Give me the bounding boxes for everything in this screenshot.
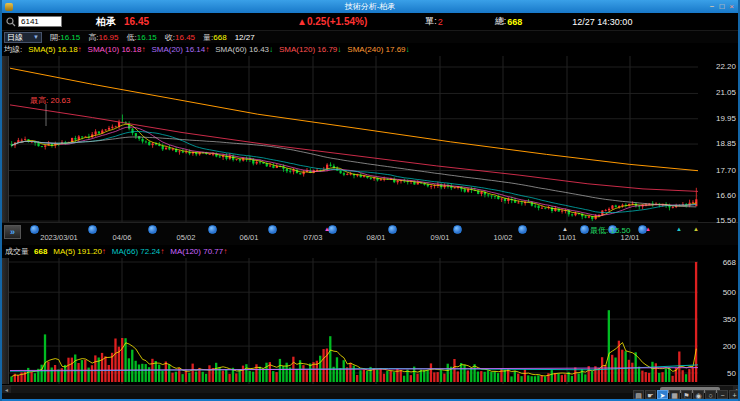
sma-label: SMA(5) 16.18 [28,45,77,54]
date-label: 2023/03/01 [27,233,91,242]
sma-item: SMA(5) 16.18↑ [28,45,81,54]
ma-items: SMA(5) 16.18↑SMA(10) 16.18↑SMA(20) 16.14… [22,45,409,54]
sma-item: SMA(120) 16.79↓ [279,45,341,54]
low-label: 低: [127,32,137,43]
up-arrow-icon: ↑ [223,247,227,256]
price-axis-label: 22.20 [702,62,736,71]
down-arrow-icon: ↓ [269,45,273,54]
title-bar[interactable]: 技術分析-柏承 − □ × [2,0,738,13]
high-value: 16.95 [99,33,119,42]
horizontal-scrollbar[interactable]: ◂ ▸ [2,385,740,393]
vol-ma-item: MA(5) 191.20↑ [53,247,105,256]
volume-axis-label: 500 [702,288,736,297]
date-label: 07/03 [281,233,345,242]
up-arrow-icon: ↑ [141,45,145,54]
restore-button[interactable]: □ [719,0,724,13]
quote-bar: 柏承 16.45 ▲0.25(+1.54%) 單: 2 總: 668 12/27… [2,13,738,30]
crosshair-icon[interactable]: ◉ [693,390,704,399]
quote-datetime: 12/27 14:30:00 [572,17,632,27]
zoom-reset-icon[interactable]: ○ [705,390,716,399]
ma-legend-bar: 均線: SMA(5) 16.18↑SMA(10) 16.18↑SMA(20) 1… [2,43,738,56]
app-window: 技術分析-柏承 − □ × 柏承 16.45 ▲0.25(+1.54%) 單: … [0,0,740,401]
up-arrow-icon: ↑ [102,247,106,256]
price-axis-label: 15.50 [702,216,736,225]
zoom-in-icon[interactable]: + [729,390,740,399]
total-volume-label: 總: [495,15,507,28]
bar-date: 12/27 [235,33,255,42]
price-axis-label: 21.05 [702,88,736,97]
price-axis-label: 19.95 [702,114,736,123]
signal-triangle-icon: ▲ [562,226,568,232]
chevron-down-icon: ▼ [33,34,39,40]
open-value: 16.15 [60,33,80,42]
highest-price-annotation: 最高: 20.63 [30,95,70,106]
sma-label: SMA(10) 16.18 [88,45,142,54]
printer-icon[interactable]: ▤ [633,390,644,399]
price-change: ▲0.25(+1.54%) [297,16,367,27]
sma-item: SMA(60) 16.43↓ [215,45,273,54]
vol-ma-item: MA(66) 72.24↑ [112,247,164,256]
volume-chart-canvas[interactable] [2,258,740,384]
tool-icons: ▤☛➤▦⚑◉○−+ [633,390,740,399]
volume-header: 成交量 668 MA(5) 191.20↑MA(66) 72.24↑MA(120… [2,245,738,258]
price-pane-left-strip[interactable] [2,56,9,222]
close-button[interactable]: × [729,0,734,13]
date-label: 04/06 [90,233,154,242]
close-label: 收: [165,32,175,43]
up-arrow-icon: ↑ [78,45,82,54]
sma-label: SMA(60) 16.43 [215,45,269,54]
period-select[interactable]: 日線 ▼ [4,32,42,43]
volume-axis-label: 50 [702,369,736,378]
signal-triangle-icon: ▲ [324,226,330,232]
volume-axis-label: 668 [702,258,736,267]
unit-label: 單: [425,15,437,28]
sma-label: SMA(120) 16.79 [279,45,337,54]
up-arrow-icon: ↑ [205,45,209,54]
total-volume-value: 668 [507,17,522,27]
sma-item: SMA(10) 16.18↑ [88,45,146,54]
hand-tool-icon[interactable]: ☛ [645,390,656,399]
indicator-grid-icon[interactable]: ▦ [669,390,680,399]
volume-label: 量: [203,32,213,43]
close-value: 16.45 [175,33,195,42]
volume-axis-label: 200 [702,342,736,351]
zoom-out-icon[interactable]: − [717,390,728,399]
price-axis-label: 18.85 [702,139,736,148]
lowest-price-annotation: 最低: 15.50 [590,225,630,236]
last-price: 16.45 [124,16,149,27]
open-label: 開: [50,32,60,43]
sma-item: SMA(240) 17.69↓ [347,45,409,54]
window-title: 技術分析-柏承 [2,0,738,13]
search-icon[interactable] [6,17,16,27]
date-label: 05/02 [154,233,218,242]
ohlc-bar: 日線 ▼ 開:16.15 高:16.95 低:16.15 收:16.45 量:6… [2,30,738,43]
expand-button[interactable]: » [4,225,21,239]
low-value: 16.15 [137,33,157,42]
date-label: 09/01 [408,233,472,242]
signal-triangle-icon: ▲ [676,226,682,232]
minimize-button[interactable]: − [710,0,715,13]
cursor-tool-icon[interactable]: ➤ [657,390,668,399]
unit-value: 2 [438,17,443,27]
sma-item: SMA(20) 16.14↑ [151,45,209,54]
vol-ma-label: MA(5) 191.20 [53,247,101,256]
high-label: 高: [88,32,98,43]
flag-tool-icon[interactable]: ⚑ [681,390,692,399]
stock-name: 柏承 [96,15,116,29]
stock-code-input[interactable] [18,16,62,27]
vol-ma-label: MA(120) 70.77 [170,247,223,256]
volume-pane [2,258,740,384]
ma-prefix: 均線: [4,44,22,55]
down-arrow-icon: ↓ [337,45,341,54]
up-arrow-icon: ↑ [160,247,164,256]
price-pane: 最高: 20.63 [2,56,740,222]
date-label: 06/01 [217,233,281,242]
volume-pane-left-strip[interactable] [2,258,9,384]
price-axis-label: 17.70 [702,166,736,175]
x-axis-band: » ▲▲▲▲▲ 2023/03/0104/0605/0206/0107/0308… [2,222,740,245]
sma-label: SMA(20) 16.14 [151,45,205,54]
price-chart-canvas[interactable] [2,56,740,222]
price-axis-label: 16.60 [702,191,736,200]
period-value: 日線 [7,32,23,43]
down-arrow-icon: ↓ [406,45,410,54]
